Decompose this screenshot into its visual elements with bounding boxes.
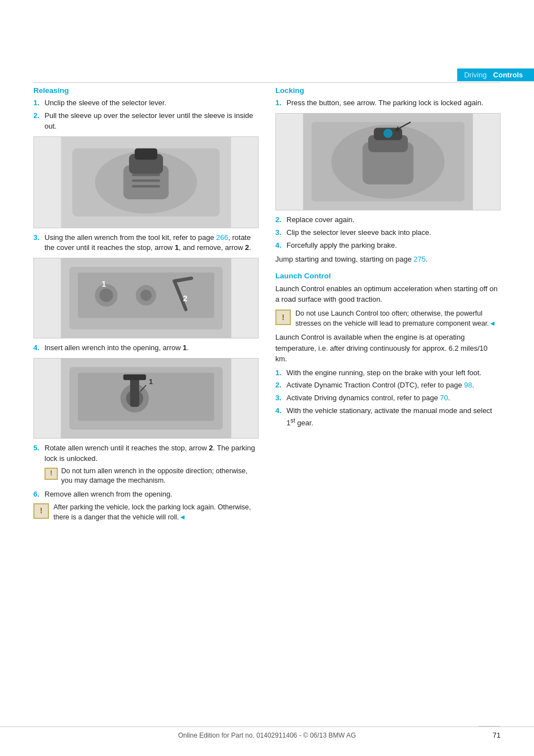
image-insert-wrench: 1 (33, 358, 259, 439)
step-4-num: 4. (33, 343, 44, 354)
step-5: 5. Rotate allen wrench until it reaches … (33, 443, 259, 464)
step-5-num: 5. (33, 443, 44, 464)
locking-step-2-text: Replace cover again. (286, 215, 501, 225)
step-1-num: 1. (33, 98, 44, 109)
launch-step-1: 1. With the engine running, step on the … (275, 368, 501, 379)
header-line (33, 82, 501, 83)
locking-step-1: 1. Press the button, see arrow. The park… (275, 98, 501, 109)
step-3: 3. Using the allen wrench from the tool … (33, 233, 259, 254)
launch-step-2: 2. Activate Dynamic Traction Control (DT… (275, 380, 501, 391)
locking-step-4-text: Forcefully apply the parking brake. (286, 240, 501, 251)
locking-step-3-num: 3. (275, 228, 286, 238)
locking-step-1-text: Press the button, see arrow. The parking… (286, 98, 501, 109)
launch-para-2: Launch Control is available when the eng… (275, 332, 501, 365)
step-6-text: Remove allen wrench from the opening. (44, 489, 259, 500)
svg-point-13 (100, 288, 113, 302)
locking-step-4: 4. Forcefully apply the parking brake. (275, 240, 501, 251)
header-bar-inner: Driving Controls (457, 68, 534, 81)
warning-text-5: Do not turn allen wrench in the opposite… (61, 467, 259, 486)
jump-start-text: Jump starting and towing, starting on pa… (275, 254, 501, 265)
releasing-title: Releasing (33, 86, 259, 95)
step-4: 4. Insert allen wrench into the opening,… (33, 343, 259, 354)
warning-step5: ! Do not turn allen wrench in the opposi… (44, 467, 259, 486)
link-275[interactable]: 275 (414, 255, 426, 263)
page-number: 71 (478, 726, 501, 739)
warning-text-6: After parking the vehicle, lock the park… (53, 502, 259, 522)
svg-text:2: 2 (183, 294, 187, 303)
image-allen-wrench: 1 2 (33, 258, 259, 338)
image-locking (275, 113, 501, 210)
image-gear-selector (33, 136, 259, 228)
step-1-text: Unclip the sleeve of the selector lever. (44, 98, 259, 109)
step-4-text: Insert allen wrench into the opening, ar… (44, 343, 259, 354)
warning-icon-5: ! (44, 468, 58, 480)
header-controls: Controls (493, 71, 523, 79)
step-3-text: Using the allen wrench from the tool kit… (44, 233, 259, 254)
svg-rect-6 (132, 174, 160, 176)
launch-step-4: 4. With the vehicle stationary, activate… (275, 406, 501, 429)
locking-step-3: 3. Clip the selector lever sleeve back i… (275, 228, 501, 238)
step-2-num: 2. (33, 111, 44, 132)
step-1: 1. Unclip the sleeve of the selector lev… (33, 98, 259, 109)
launch-step-3: 3. Activate Driving dynamics control, re… (275, 393, 501, 404)
launch-step-4-text: With the vehicle stationary, activate th… (286, 406, 501, 429)
locking-title: Locking (275, 86, 501, 95)
header-separator (489, 71, 491, 79)
locking-step-3-text: Clip the selector lever sleeve back into… (286, 228, 501, 238)
launch-warning: ! Do not use Launch Control too often; o… (275, 308, 501, 328)
svg-rect-8 (132, 185, 160, 187)
header-bar: Driving Controls (0, 67, 534, 82)
svg-rect-7 (132, 179, 160, 181)
footer-text: Online Edition for Part no. 01402911406 … (178, 732, 356, 739)
launch-warning-icon: ! (275, 310, 291, 325)
link-266[interactable]: 266 (216, 233, 229, 242)
step-5-text: Rotate allen wrench until it reaches the… (44, 443, 259, 464)
launch-step-1-text: With the engine running, step on the bra… (286, 368, 501, 379)
step-2-text: Pull the sleeve up over the selector lev… (44, 111, 259, 132)
locking-step-1-num: 1. (275, 98, 286, 109)
launch-step-4-num: 4. (275, 406, 286, 429)
step-2: 2. Pull the sleeve up over the selector … (33, 111, 259, 132)
step-6-num: 6. (33, 489, 44, 500)
warning-step6: ! After parking the vehicle, lock the pa… (33, 502, 259, 522)
svg-rect-26 (123, 375, 146, 380)
footer: Online Edition for Part no. 01402911406 … (0, 726, 534, 739)
locking-step-2: 2. Replace cover again. (275, 215, 501, 225)
warning-icon-6: ! (33, 503, 49, 519)
svg-point-15 (140, 289, 151, 301)
launch-step-2-num: 2. (275, 380, 286, 391)
launch-step-1-num: 1. (275, 368, 286, 379)
svg-text:1: 1 (149, 377, 154, 386)
right-column: Locking 1. Press the button, see arrow. … (275, 86, 501, 526)
page-container: Driving Controls Releasing 1. Unclip the… (0, 0, 534, 756)
link-98[interactable]: 98 (464, 381, 472, 389)
launch-control-title: Launch Control (275, 272, 501, 280)
launch-step-3-text: Activate Driving dynamics control, refer… (286, 393, 501, 404)
svg-rect-25 (130, 376, 139, 407)
launch-step-2-text: Activate Dynamic Traction Control (DTC),… (286, 380, 501, 391)
locking-step-4-num: 4. (275, 240, 286, 251)
header-driving: Driving (464, 71, 486, 79)
launch-step-3-num: 3. (275, 393, 286, 404)
releasing-steps: 1. Unclip the sleeve of the selector lev… (33, 98, 259, 132)
step-3-num: 3. (33, 233, 44, 254)
step-6: 6. Remove allen wrench from the opening. (33, 489, 259, 500)
svg-text:1: 1 (102, 279, 106, 288)
svg-rect-5 (135, 148, 157, 159)
main-content: Releasing 1. Unclip the sleeve of the se… (33, 86, 501, 526)
launch-warning-text: Do not use Launch Control too often; oth… (295, 308, 501, 328)
svg-point-35 (383, 129, 392, 138)
locking-step-2-num: 2. (275, 215, 286, 225)
launch-para-1: Launch Control enables an optimum accele… (275, 283, 501, 305)
left-column: Releasing 1. Unclip the sleeve of the se… (33, 86, 259, 526)
link-70[interactable]: 70 (440, 394, 448, 402)
